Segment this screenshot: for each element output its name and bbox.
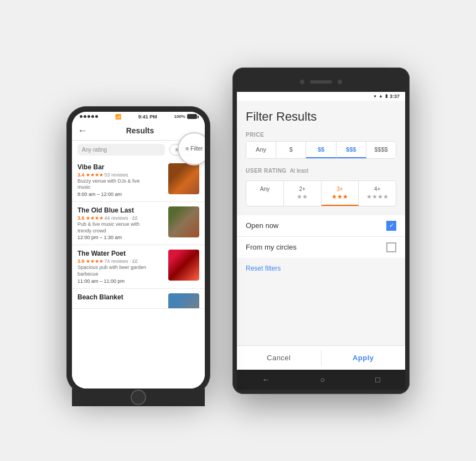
reset-filters-link[interactable]: Reset filters [246,265,396,272]
rating-section: USER RATING At least Any 2+★★ 3+★★★ 4+★★… [246,168,396,206]
stars: ★★★★ [86,258,104,264]
filter-content: Filter Results PRICE Any $ $$ $$$ $$$$ U… [237,101,405,345]
rating-filter-row: Any 2+★★ 3+★★★ 4+★★★★ [246,180,396,206]
item-hours: 11:00 am – 11:00 pm [77,278,164,284]
review-count: 74 reviews · ££ [105,258,138,264]
rating-number: 3.6 [77,215,85,221]
list-item[interactable]: The Old Blue Last 3.6 ★★★★ 44 reviews · … [72,202,205,245]
rating-section-header: USER RATING At least [246,168,396,177]
item-description: Buzzy venue with DJs & livemusic [77,178,164,191]
ios-battery-icon [187,114,197,119]
location-icon: ● [374,94,376,99]
signal-dots [80,115,98,118]
android-bottom-bar: Cancel Apply [237,345,405,370]
rating-text: Any rating [82,147,107,153]
android-top-bezel [237,72,405,92]
item-rating: 3.4 ★★★★ 53 reviews [77,172,164,178]
recent-nav-icon[interactable]: □ [375,375,380,384]
android-status-bar: ● ▲ ▮ 3:37 [237,92,405,101]
at-least-label: At least [290,168,308,174]
review-count: 53 reviews [105,172,128,178]
rating-2plus-button[interactable]: 2+★★ [284,181,322,206]
item-thumbnail [168,293,199,309]
rating-filter-display[interactable]: Any rating [77,144,165,156]
apply-button[interactable]: Apply [322,346,406,370]
android-phone: ● ▲ ▮ 3:37 Filter Results PRICE Any $ $$… [232,68,410,394]
ios-home-button[interactable] [131,390,146,405]
list-item[interactable]: The Water Poet 3.9 ★★★★ 74 reviews · ££ … [72,245,205,288]
ios-search-bar: Any rating ≡ Filter ≡ Filter [72,141,205,159]
item-thumbnail [168,163,199,194]
four-stars-icon: ★★★★ [366,193,389,200]
cancel-button[interactable]: Cancel [237,346,321,370]
wifi-signal-icon: ▲ [379,94,383,99]
ios-home-area [72,389,205,406]
back-nav-icon[interactable]: ← [262,375,270,384]
item-name: Vibe Bar [77,163,164,171]
price-4-button[interactable]: $$$$ [366,142,396,158]
rating-3plus-button[interactable]: 3+★★★ [322,181,359,206]
filter-circle-highlight: ≡ Filter [178,132,205,165]
back-button[interactable]: ← [77,125,87,137]
item-name: Beach Blanket [77,293,164,301]
item-thumbnail [168,206,199,237]
item-name: The Water Poet [77,250,164,257]
stars: ★★★★ [86,215,104,221]
results-list: Vibe Bar 3.4 ★★★★ 53 reviews Buzzy venue… [72,159,205,389]
open-now-row: Open now ✓ [237,215,405,237]
open-now-label: Open now [246,221,278,230]
price-any-button[interactable]: Any [246,142,276,158]
ios-battery-text: 100% [174,114,185,119]
filter-circle-icon: ≡ [185,146,189,152]
item-hours: 8:00 am – 12:00 am [77,191,164,197]
two-stars-icon: ★★ [297,193,308,200]
wifi-icon: 📶 [115,114,121,120]
speaker [310,80,332,84]
open-now-checkbox[interactable]: ✓ [386,221,396,231]
sensor [338,80,342,84]
price-2-button[interactable]: $$ [306,142,336,158]
user-rating-label: USER RATING [246,168,287,174]
item-info: Vibe Bar 3.4 ★★★★ 53 reviews Buzzy venue… [77,163,164,197]
item-info: The Old Blue Last 3.6 ★★★★ 44 reviews · … [77,206,164,240]
item-description: Spacious pub with beer gardenbarbecue [77,265,164,277]
price-section-label: PRICE [246,132,396,138]
item-thumbnail [168,250,199,281]
ios-battery-area: 100% [174,114,197,119]
from-circles-checkbox[interactable] [386,242,396,252]
list-item[interactable]: Beach Blanket [72,289,205,309]
filter-circle-label: Filter [190,146,203,152]
item-rating: 3.9 ★★★★ 74 reviews · ££ [77,258,164,264]
rating-number: 3.4 [77,172,85,178]
stars: ★★★★ [86,172,104,178]
front-camera [300,80,304,84]
price-3-button[interactable]: $$$ [337,142,366,158]
three-stars-icon: ★★★ [332,193,348,200]
rating-any-button[interactable]: Any [246,181,284,206]
ios-status-bar: 📶 9:41 PM 100% [72,112,205,122]
rating-number: 3.9 [77,258,85,264]
filter-button[interactable]: ≡ Filter ≡ Filter [169,144,199,156]
from-circles-label: From my circles [246,243,297,251]
android-nav-bar: ← ○ □ [237,370,405,390]
review-count: 44 reviews · ££ [105,215,138,221]
home-nav-icon[interactable]: ○ [320,375,325,384]
item-rating: 3.6 ★★★★ 44 reviews · ££ [77,215,164,221]
item-name: The Old Blue Last [77,206,164,214]
item-description: Pub & live music venue withtrendy crowd [77,221,164,234]
price-filter-row: Any $ $$ $$$ $$$$ [246,141,396,159]
from-circles-row: From my circles [237,237,405,258]
nav-title: Results [92,126,188,135]
list-item[interactable]: Vibe Bar 3.4 ★★★★ 53 reviews Buzzy venue… [72,159,205,202]
rating-4plus-button[interactable]: 4+★★★★ [359,181,396,206]
item-info: The Water Poet 3.9 ★★★★ 74 reviews · ££ … [77,250,164,283]
android-time: 3:37 [390,94,400,99]
item-info: Beach Blanket [77,293,164,304]
ios-time: 9:41 PM [138,114,157,120]
ios-phone: 📶 9:41 PM 100% ← Results Any rating [66,106,210,394]
battery-status-icon: ▮ [385,94,387,99]
filter-title: Filter Results [246,110,396,124]
item-hours: 12:00 pm – 1:30 am [77,235,164,240]
price-1-button[interactable]: $ [276,142,306,158]
android-screen: ● ▲ ▮ 3:37 Filter Results PRICE Any $ $$… [237,92,405,370]
